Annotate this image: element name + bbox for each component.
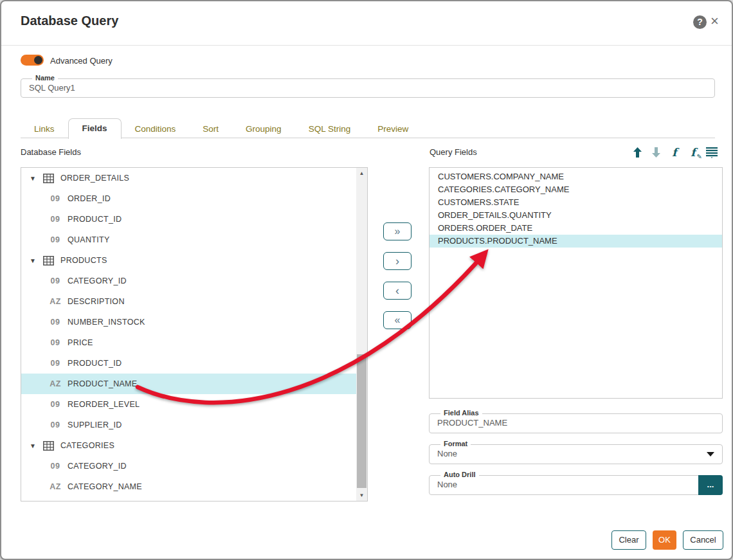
table-icon (43, 174, 54, 183)
scrollbar-thumb[interactable] (357, 354, 366, 488)
move-all-left-button[interactable]: « (383, 311, 412, 329)
tab-conditions[interactable]: Conditions (122, 120, 190, 138)
tree-item-categories[interactable]: ▼CATEGORIES (21, 435, 356, 456)
ok-button[interactable]: OK (653, 530, 676, 550)
tree-item-label: CATEGORY_ID (68, 276, 127, 285)
advanced-query-toggle[interactable] (21, 55, 44, 66)
numeric-field-icon: 09 (48, 318, 62, 327)
advanced-query-label: Advanced Query (50, 56, 113, 66)
numeric-field-icon: 09 (48, 400, 62, 409)
format-select[interactable]: Format None (429, 444, 723, 464)
query-field-item[interactable]: PRODUCTS.PRODUCT_NAME (430, 235, 722, 248)
tree-item-price[interactable]: 09PRICE (21, 332, 356, 353)
tree-item-number_instock[interactable]: 09NUMBER_INSTOCK (21, 312, 356, 332)
numeric-field-icon: 09 (48, 338, 62, 347)
query-field-item[interactable]: CUSTOMERS.STATE (430, 196, 722, 209)
tab-grouping[interactable]: Grouping (232, 120, 295, 138)
help-icon[interactable]: ? (693, 15, 707, 29)
tree-item-category_id[interactable]: 09CATEGORY_ID (21, 456, 356, 476)
query-name-field[interactable]: Name SQL Query1 (21, 78, 715, 98)
auto-drill-input[interactable]: Auto Drill None ... (429, 475, 723, 495)
move-all-right-button[interactable]: » (383, 222, 412, 240)
name-field-value: SQL Query1 (21, 79, 714, 97)
expander-icon[interactable]: ▼ (29, 257, 37, 264)
tree-item-category_name[interactable]: AZCATEGORY_NAME (21, 476, 356, 497)
tree-item-label: QUANTITY (68, 235, 110, 244)
field-alias-value: PRODUCT_NAME (430, 414, 722, 432)
dialog-tabs: LinksFieldsConditionsSortGroupingSQL Str… (21, 118, 715, 138)
dialog-title: Database Query (21, 14, 118, 28)
move-left-button[interactable]: ‹ (383, 282, 412, 300)
tree-item-reorder_level[interactable]: 09REORDER_LEVEL (21, 394, 356, 415)
text-field-icon: AZ (48, 482, 62, 491)
query-field-item[interactable]: CUSTOMERS.COMPANY_NAME (430, 170, 722, 183)
tree-item-label: PRODUCT_ID (68, 215, 122, 224)
name-field-label: Name (32, 74, 58, 82)
query-fields-panel: CUSTOMERS.COMPANY_NAMECATEGORIES.CATEGOR… (429, 167, 723, 399)
auto-drill-label: Auto Drill (440, 471, 479, 478)
tree-item-product_id[interactable]: 09PRODUCT_ID (21, 353, 356, 374)
tree-item-category_id[interactable]: 09CATEGORY_ID (21, 271, 356, 291)
numeric-field-icon: 09 (48, 194, 62, 203)
scroll-up-icon[interactable]: ▲ (356, 168, 367, 179)
auto-drill-value: None (430, 476, 722, 494)
tree-item-label: PRODUCTS (60, 256, 107, 265)
tab-links[interactable]: Links (21, 120, 68, 138)
tree-item-quantity[interactable]: 09QUANTITY (21, 230, 356, 250)
expander-icon[interactable]: ▼ (29, 174, 37, 182)
tab-preview[interactable]: Preview (364, 120, 422, 138)
query-fields-list: CUSTOMERS.COMPANY_NAMECATEGORIES.CATEGOR… (430, 168, 722, 248)
tree-item-order_details[interactable]: ▼ORDER_DETAILS (21, 168, 356, 188)
header-divider (1, 45, 732, 46)
numeric-field-icon: 09 (48, 215, 62, 224)
numeric-field-icon: 09 (48, 420, 62, 429)
database-fields-scrollbar[interactable]: ▲ ▼ (356, 168, 367, 501)
database-fields-label: Database Fields (21, 147, 81, 157)
tree-item-label: DESCRIPTION (68, 297, 125, 306)
format-label: Format (440, 440, 471, 447)
tab-sort[interactable]: Sort (189, 120, 232, 138)
field-alias-input[interactable]: Field Alias PRODUCT_NAME (429, 413, 723, 433)
tab-sql-string[interactable]: SQL String (295, 120, 365, 138)
auto-drill-ellipsis-button[interactable]: ... (698, 475, 723, 495)
tab-fields[interactable]: Fields (68, 118, 122, 139)
format-value: None (430, 445, 722, 463)
move-right-button[interactable]: › (383, 252, 412, 270)
numeric-field-icon: 09 (48, 276, 62, 285)
tree-item-label: REORDER_LEVEL (68, 400, 140, 409)
query-fields-toolbar: f f✎ (628, 145, 718, 160)
query-field-item[interactable]: ORDERS.ORDER_DATE (430, 222, 722, 235)
tree-item-label: PRODUCT_NAME (68, 379, 137, 388)
query-field-item[interactable]: CATEGORIES.CATEGORY_NAME (430, 183, 722, 196)
tree-item-label: CATEGORY_ID (68, 462, 127, 471)
tree-item-products[interactable]: ▼PRODUCTS (21, 250, 356, 271)
text-field-icon: AZ (48, 379, 62, 388)
tree-item-supplier_id[interactable]: 09SUPPLIER_ID (21, 415, 356, 435)
formula-edit-icon[interactable]: f✎ (687, 146, 700, 159)
database-fields-panel: ▼ORDER_DETAILS09ORDER_ID09PRODUCT_ID09QU… (21, 167, 368, 501)
tree-item-label: PRICE (68, 338, 93, 347)
tree-item-label: CATEGORIES (60, 441, 114, 450)
table-icon (43, 441, 54, 451)
move-down-icon[interactable] (649, 146, 662, 159)
cancel-button[interactable]: Cancel (683, 530, 723, 550)
tree-item-product_name[interactable]: AZPRODUCT_NAME (21, 374, 356, 394)
scroll-down-icon[interactable]: ▼ (356, 490, 367, 501)
query-fields-label: Query Fields (430, 147, 477, 157)
expander-icon[interactable]: ▼ (29, 442, 37, 449)
tree-item-order_id[interactable]: 09ORDER_ID (21, 188, 356, 209)
formula-icon[interactable]: f (668, 146, 681, 159)
numeric-field-icon: 09 (48, 235, 62, 244)
text-field-icon: AZ (48, 297, 62, 306)
clear-button[interactable]: Clear (611, 530, 646, 550)
tree-item-description[interactable]: AZDESCRIPTION (21, 291, 356, 312)
tree-item-product_id[interactable]: 09PRODUCT_ID (21, 209, 356, 230)
query-field-item[interactable]: ORDER_DETAILS.QUANTITY (430, 209, 722, 222)
tree-item-label: PRODUCT_ID (68, 359, 122, 368)
tree-item-label: CATEGORY_NAME (68, 482, 142, 491)
toggle-knob (34, 56, 42, 64)
close-icon[interactable]: × (710, 13, 719, 30)
move-up-icon[interactable] (631, 146, 644, 159)
line-style-icon[interactable] (705, 146, 718, 159)
database-fields-tree: ▼ORDER_DETAILS09ORDER_ID09PRODUCT_ID09QU… (21, 168, 356, 501)
